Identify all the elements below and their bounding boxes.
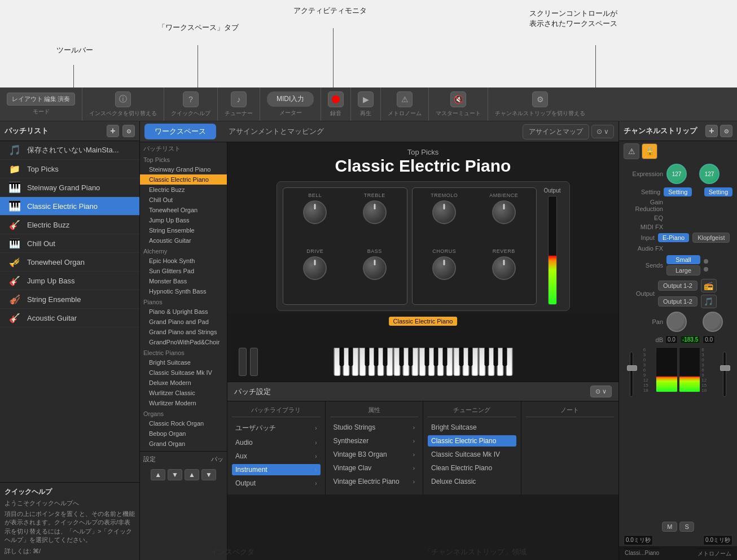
knob-bell-control[interactable] bbox=[303, 200, 327, 224]
sidebar-item-saved[interactable]: 🎵 保存されていないMainSta... bbox=[0, 141, 139, 160]
key-cs3[interactable] bbox=[459, 348, 463, 366]
knob-bass-control[interactable] bbox=[363, 256, 387, 280]
setting-btn-2[interactable]: Setting bbox=[704, 187, 732, 196]
patch-grand-pad[interactable]: Grand Piano and Pad bbox=[140, 317, 227, 327]
assign-menu-btn[interactable]: ⊙ ∨ bbox=[591, 125, 614, 138]
tab-assignments[interactable]: アサインメントとマッピング bbox=[218, 124, 334, 139]
sidebar-item-jump-up-bass[interactable]: 🎸 Jump Up Bass bbox=[0, 272, 139, 290]
fader-1[interactable] bbox=[630, 352, 633, 397]
attr-studio-strings[interactable]: Studio Strings › bbox=[330, 422, 419, 433]
library-audio[interactable]: Audio › bbox=[232, 437, 321, 448]
patch-classic-rock-organ[interactable]: Classic Rock Organ bbox=[140, 418, 227, 428]
patch-electric-buzz[interactable]: Electric Buzz bbox=[140, 185, 227, 195]
pan-knob-2[interactable] bbox=[703, 312, 723, 332]
patch-steinway[interactable]: Steinway Grand Piano bbox=[140, 164, 227, 174]
patch-down-btn[interactable]: ▼ bbox=[168, 469, 182, 480]
patch-deluxe-modern[interactable]: Deluxe Modern bbox=[140, 378, 227, 388]
key-fs2[interactable] bbox=[424, 348, 429, 366]
tuning-bright-suitcase[interactable]: Bright Suitcase bbox=[428, 422, 516, 433]
patch-piano-upright[interactable]: Piano & Upright Bass bbox=[140, 307, 227, 317]
patch-wurlitzer-classic[interactable]: Wurlitzer Classic bbox=[140, 388, 227, 398]
patch-up-btn[interactable]: ▲ bbox=[151, 469, 165, 480]
play-mode-btn[interactable]: 演奏 bbox=[58, 95, 70, 103]
input-btn-2[interactable]: Klopfgeist bbox=[692, 233, 730, 243]
key-gs1[interactable] bbox=[374, 348, 378, 366]
key-as1[interactable] bbox=[383, 348, 387, 366]
knob-reverb-control[interactable] bbox=[492, 256, 516, 280]
knob-treble-control[interactable] bbox=[363, 200, 387, 224]
patch-settings-menu[interactable]: ⊙ ∨ bbox=[590, 386, 612, 397]
channel-strip-add-btn[interactable]: + bbox=[705, 125, 718, 137]
mode-buttons[interactable]: レイアウト 編集 演奏 bbox=[7, 93, 75, 106]
patch-down2-btn[interactable]: ▼ bbox=[201, 469, 216, 480]
inspector-toggle-btn[interactable]: ⓘ bbox=[115, 91, 131, 107]
patch-classic-electric[interactable]: Classic Electric Piano bbox=[140, 174, 227, 185]
tuning-classic-electric[interactable]: Classic Electric Piano bbox=[428, 435, 516, 447]
patch-classic-suitcase[interactable]: Classic Suitcase Mk IV bbox=[140, 368, 227, 378]
tuning-deluxe-classic[interactable]: Deluxe Classic bbox=[428, 476, 516, 487]
patch-tonewheel[interactable]: Tonewheel Organ bbox=[140, 205, 227, 215]
sidebar-item-top-picks[interactable]: 📁 Top Picks bbox=[0, 160, 139, 178]
pitch-wheel[interactable] bbox=[239, 348, 247, 376]
sidebar-item-tonewheel[interactable]: 🎺 Tonewheel Organ bbox=[0, 253, 139, 272]
meter-btn[interactable]: MIDI入力 bbox=[267, 91, 314, 107]
sends-small-btn[interactable]: Small bbox=[666, 255, 700, 264]
master-mute-btn[interactable]: 🔇 bbox=[450, 91, 466, 107]
sidebar-menu-btn[interactable]: ⊙ bbox=[122, 125, 135, 137]
channel-strip-menu-btn[interactable]: ⊙ bbox=[720, 125, 732, 137]
sidebar-item-electric-buzz[interactable]: 🎸 Electric Buzz bbox=[0, 216, 139, 234]
tuning-clean-electric[interactable]: Clean Electric Piano bbox=[428, 462, 516, 474]
key-gs3[interactable] bbox=[493, 348, 498, 366]
attr-vintage-clav[interactable]: Vintage Clav › bbox=[330, 462, 419, 474]
key-fs1[interactable] bbox=[365, 348, 369, 366]
key-fs3[interactable] bbox=[484, 348, 489, 366]
tuning-classic-suitcase[interactable]: Classic Suitcase Mk IV bbox=[428, 449, 516, 460]
expression-knob-1[interactable]: 127 bbox=[666, 164, 687, 184]
input-btn-1[interactable]: E-Piano bbox=[658, 233, 689, 242]
patch-monster-bass[interactable]: Monster Bass bbox=[140, 276, 227, 286]
key-as2[interactable] bbox=[442, 348, 447, 366]
library-user-patch[interactable]: ユーザパッチ › bbox=[232, 422, 321, 435]
key-cs2[interactable] bbox=[399, 348, 403, 366]
pan-knob-1[interactable] bbox=[666, 312, 687, 332]
layout-btn[interactable]: レイアウト bbox=[12, 95, 43, 103]
sidebar-item-string-ensemble[interactable]: 🎻 String Ensemble bbox=[0, 290, 139, 309]
knob-ambience-control[interactable] bbox=[492, 200, 516, 224]
sidebar-item-classic-electric[interactable]: 🎹 Classic Electric Piano bbox=[0, 197, 139, 216]
fader-2[interactable] bbox=[723, 352, 726, 397]
library-aux[interactable]: Aux › bbox=[232, 450, 321, 462]
attr-synthesizer[interactable]: Synthesizer › bbox=[330, 435, 419, 447]
patch-string-ensemble[interactable]: String Ensemble bbox=[140, 225, 227, 235]
key-cs1[interactable] bbox=[339, 348, 344, 366]
patch-sun-glitters[interactable]: Sun Glitters Pad bbox=[140, 266, 227, 276]
key-gs2[interactable] bbox=[433, 348, 438, 366]
fader-1-handle[interactable] bbox=[627, 365, 637, 371]
library-instrument[interactable]: Instrument › bbox=[232, 464, 321, 475]
patch-grand-choir[interactable]: GrandPnoWithPad&Choir bbox=[140, 337, 227, 347]
key-as3[interactable] bbox=[502, 348, 507, 366]
attr-vintage-electric[interactable]: Vintage Electric Piano › bbox=[330, 476, 419, 487]
metronome-btn[interactable]: ⚠ bbox=[397, 91, 413, 107]
patch-grand-strings[interactable]: Grand Piano and Strings bbox=[140, 327, 227, 337]
keyboard-area[interactable]: Classic Electric Piano bbox=[227, 314, 618, 382]
tab-workspace[interactable]: ワークスペース bbox=[144, 124, 216, 139]
patch-hypnotic-synth-bass[interactable]: Hypnotic Synth Bass bbox=[140, 286, 227, 296]
quickhelp-btn[interactable]: ? bbox=[183, 91, 199, 107]
patch-grand-organ[interactable]: Grand Organ bbox=[140, 439, 227, 449]
patch-epic-hook[interactable]: Epic Hook Synth bbox=[140, 256, 227, 266]
sidebar-item-acoustic-guitar[interactable]: 🎸 Acoustic Guitar bbox=[0, 309, 139, 327]
fader-2-handle[interactable] bbox=[720, 365, 730, 371]
key-ds2[interactable] bbox=[408, 348, 413, 366]
mute-btn[interactable]: M bbox=[662, 522, 677, 532]
attr-vintage-b3[interactable]: Vintage B3 Organ › bbox=[330, 449, 419, 460]
record-btn[interactable] bbox=[328, 91, 344, 107]
knob-drive-control[interactable] bbox=[303, 256, 327, 280]
patch-jump-up[interactable]: Jump Up Bass bbox=[140, 215, 227, 225]
mod-wheel[interactable] bbox=[250, 348, 258, 376]
patch-bebop-organ[interactable]: Bebop Organ bbox=[140, 428, 227, 439]
library-output[interactable]: Output › bbox=[232, 478, 321, 489]
sidebar-item-steinway[interactable]: 🎹 Steinway Grand Piano bbox=[0, 178, 139, 197]
play-btn[interactable]: ▶ bbox=[358, 91, 374, 107]
key-ds3[interactable] bbox=[468, 348, 472, 366]
cs-lock-icon[interactable]: 🔒 bbox=[642, 143, 657, 159]
